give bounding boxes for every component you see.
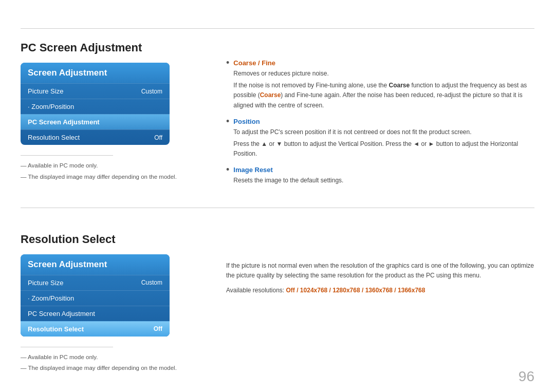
res-menu-item-picture-size[interactable]: Picture Size Custom bbox=[21, 275, 170, 290]
res-menu-item-resolution[interactable]: Resolution Select Off bbox=[21, 321, 170, 337]
footnote-1b: ― The displayed image may differ dependi… bbox=[21, 172, 195, 182]
res-menu-picture-label: Picture Size bbox=[28, 279, 63, 287]
footnote-1a: ― Available in PC mode only. bbox=[21, 161, 195, 171]
pc-screen-footnotes: ― Available in PC mode only. ― The displ… bbox=[21, 161, 195, 182]
menu-item-zoom-position[interactable]: · Zoom/Position bbox=[21, 99, 170, 114]
bullet-reset-content: Image Reset Resets the image to the defa… bbox=[233, 166, 534, 185]
top-border bbox=[21, 28, 534, 29]
resolution-footnotes: ― Available in PC mode only. ― The displ… bbox=[21, 352, 195, 374]
page-number: 96 bbox=[519, 368, 534, 385]
bullet-dot-3: • bbox=[226, 165, 229, 174]
menu-item-pc-screen-adj-label: PC Screen Adjustment bbox=[28, 118, 100, 126]
bullet-coarse-title: Coarse / Fine bbox=[233, 59, 534, 67]
menu-item-picture-size-value: Custom bbox=[141, 88, 162, 95]
resolution-main-desc: If the picture is not normal even when t… bbox=[226, 261, 534, 281]
bullet-reset-desc: Resets the image to the default settings… bbox=[233, 176, 534, 185]
available-resolutions: Available resolutions: Off / 1024x768 / … bbox=[226, 286, 534, 295]
pc-screen-menu-box: Screen Adjustment Picture Size Custom · … bbox=[21, 63, 170, 145]
menu-item-picture-size[interactable]: Picture Size Custom bbox=[21, 83, 170, 99]
pc-screen-menu-header: Screen Adjustment bbox=[21, 63, 170, 83]
divider-1 bbox=[21, 155, 113, 156]
resolution-section: Resolution Select Screen Adjustment Pict… bbox=[21, 222, 534, 375]
menu-item-res-value-1: Off bbox=[154, 134, 162, 141]
bullet-coarse-fine: • Coarse / Fine Removes or reduces pictu… bbox=[226, 59, 534, 110]
resolution-title: Resolution Select bbox=[21, 233, 195, 246]
bullet-position-desc1: To adjust the PC's screen position if it… bbox=[233, 127, 534, 137]
divider-2 bbox=[21, 347, 113, 347]
pc-screen-left: PC Screen Adjustment Screen Adjustment P… bbox=[21, 31, 211, 193]
bullet-coarse-content: Coarse / Fine Removes or reduces picture… bbox=[233, 59, 534, 110]
bullet-position-content: Position To adjust the PC's screen posit… bbox=[233, 118, 534, 159]
res-menu-zoom-label: · Zoom/Position bbox=[28, 294, 74, 302]
resolution-left: Resolution Select Screen Adjustment Pict… bbox=[21, 222, 211, 375]
menu-item-pc-screen-adj[interactable]: PC Screen Adjustment bbox=[21, 114, 170, 129]
res-menu-res-value: Off bbox=[154, 325, 162, 332]
resolution-right: If the picture is not normal even when t… bbox=[211, 222, 534, 375]
bullet-position: • Position To adjust the PC's screen pos… bbox=[226, 118, 534, 159]
bullet-dot-1: • bbox=[226, 58, 229, 67]
res-menu-res-label: Resolution Select bbox=[28, 325, 84, 333]
res-menu-pc-label: PC Screen Adjustment bbox=[28, 310, 95, 318]
pc-screen-title: PC Screen Adjustment bbox=[21, 41, 195, 54]
menu-item-picture-size-label: Picture Size bbox=[28, 87, 63, 95]
available-label: Available resolutions: bbox=[226, 287, 284, 294]
bullet-position-title: Position bbox=[233, 118, 534, 125]
bullet-position-desc2: Press the ▲ or ▼ button to adjust the Ve… bbox=[233, 139, 534, 159]
bullet-coarse-desc2: If the noise is not removed by Fine-tuni… bbox=[233, 81, 534, 110]
bullet-reset-title: Image Reset bbox=[233, 166, 534, 174]
menu-item-res-label-1: Resolution Select bbox=[28, 134, 80, 141]
bullet-dot-2: • bbox=[226, 117, 229, 126]
res-menu-item-pc-screen[interactable]: PC Screen Adjustment bbox=[21, 306, 170, 321]
resolutions-list: Off / 1024x768 / 1280x768 / 1360x768 / 1… bbox=[286, 287, 425, 294]
pc-screen-section: PC Screen Adjustment Screen Adjustment P… bbox=[21, 31, 534, 193]
menu-item-resolution-select-1[interactable]: Resolution Select Off bbox=[21, 129, 170, 145]
pc-screen-right: • Coarse / Fine Removes or reduces pictu… bbox=[211, 31, 534, 193]
bullet-coarse-desc1: Removes or reduces picture noise. bbox=[233, 69, 534, 79]
menu-item-zoom-label: · Zoom/Position bbox=[28, 103, 74, 110]
res-footnote-b: ― The displayed image may differ dependi… bbox=[21, 363, 195, 374]
pc-screen-bullet-list: • Coarse / Fine Removes or reduces pictu… bbox=[226, 59, 534, 186]
res-menu-picture-value: Custom bbox=[141, 279, 162, 286]
resolution-menu-header: Screen Adjustment bbox=[21, 254, 170, 275]
res-footnote-a: ― Available in PC mode only. bbox=[21, 352, 195, 363]
resolution-menu-box: Screen Adjustment Picture Size Custom · … bbox=[21, 254, 170, 337]
res-menu-item-zoom[interactable]: · Zoom/Position bbox=[21, 290, 170, 306]
bullet-image-reset: • Image Reset Resets the image to the de… bbox=[226, 166, 534, 185]
section-separator bbox=[21, 208, 534, 208]
